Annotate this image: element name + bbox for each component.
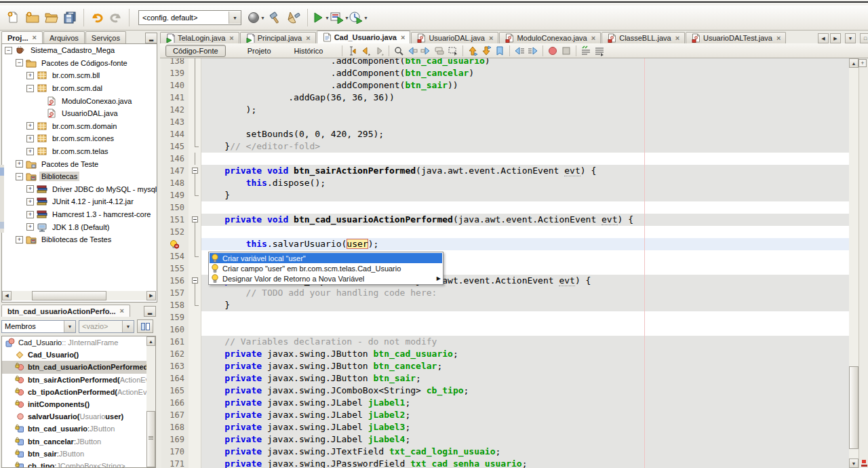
navigator-member[interactable]: btn_cad_usuarioActionPerformed(ActionEve… (2, 361, 155, 373)
scrollbar-thumb[interactable] (32, 291, 106, 300)
tree-item[interactable]: +br.com.scm.icones (2, 132, 157, 145)
navigator-tab[interactable]: btn_cad_usuarioActionPerfo...× (1, 305, 130, 317)
close-icon[interactable]: × (306, 35, 310, 41)
code-line[interactable]: 146 (161, 153, 849, 165)
close-icon[interactable]: × (675, 35, 679, 41)
file-tab-cadusuariojava[interactable]: Cad_Usuario.java× (317, 31, 411, 43)
navigator-member[interactable]: Cad_Usuario() (2, 349, 155, 361)
code-line[interactable]: 163 private javax.swing.JButton btn_canc… (161, 360, 849, 372)
minimized-button[interactable] (0, 222, 4, 229)
navigator-scrollbar[interactable]: ▲ (146, 336, 155, 467)
code-editor[interactable]: 138 .addComponent(btn_cad_usuario)139 .a… (161, 58, 849, 468)
scrollbar-thumb[interactable] (146, 411, 155, 467)
bm-toggle-button[interactable] (494, 45, 506, 56)
file-tab-usuariodaltestjava[interactable]: UsuarioDALTest.java× (686, 32, 786, 43)
tree-item[interactable]: UsuarioDAL.java (2, 107, 157, 120)
tree-item[interactable]: +Driver JDBC do MySQL - mysql (2, 183, 157, 196)
file-tab-principaljava[interactable]: Principal.java× (240, 32, 316, 43)
tab-list-icon[interactable]: ▼ (845, 33, 856, 43)
collapse-icon[interactable]: − (5, 47, 12, 54)
navigator-member[interactable]: cb_tipo : JComboBox<String> (2, 460, 155, 468)
tree-item[interactable]: +br.com.scm.telas (2, 145, 157, 158)
tree-item[interactable]: −Sistema_Cadastro_Mega (2, 44, 157, 57)
expand-icon[interactable]: + (26, 72, 34, 79)
code-line[interactable]: 142 ); (161, 104, 849, 116)
bulb-error-icon[interactable] (170, 239, 179, 249)
code-line[interactable]: 158 } (161, 299, 849, 311)
code-line[interactable]: 167 private javax.swing.JLabel jLabel2; (161, 409, 849, 421)
hint-menu-item[interactable]: Designar Valor de Retorno a Nova Variáve… (210, 273, 442, 284)
prev-occ-button[interactable] (406, 45, 418, 56)
scroll-tabs-left-icon[interactable]: ◀ (818, 33, 829, 43)
close-icon[interactable]: × (776, 35, 781, 41)
code-line[interactable]: 152 (161, 226, 849, 238)
debug-button[interactable]: ▼ (330, 8, 349, 27)
chevron-down-icon[interactable]: ▼ (229, 12, 241, 24)
fold-mark[interactable] (189, 214, 201, 226)
code-line[interactable]: 171 private javax.swing.JPasswordField t… (161, 458, 849, 468)
file-tab-moduloconexaojava[interactable]: ModuloConexao.java× (499, 32, 601, 43)
hint-menu-item[interactable]: Criar campo "user" em br.com.scm.telas.C… (210, 263, 442, 273)
back-button[interactable] (359, 45, 372, 56)
new-project-button[interactable] (23, 8, 42, 27)
code-line[interactable]: 164 private javax.swing.JButton btn_sair… (161, 372, 849, 385)
close-icon[interactable]: × (591, 35, 595, 41)
code-line[interactable]: 161 // Variables declaration - do not mo… (161, 336, 849, 348)
close-icon[interactable]: × (401, 35, 405, 41)
new-file-button[interactable] (4, 8, 23, 27)
find-button[interactable] (393, 45, 405, 56)
panel-tab-arquivos[interactable]: Arquivos (43, 31, 85, 43)
code-line[interactable]: 149 } (161, 189, 849, 201)
view-button-projeto[interactable]: Projeto (241, 45, 278, 56)
code-line[interactable]: 168 private javax.swing.JLabel jLabel3; (161, 421, 849, 433)
expand-icon[interactable]: + (26, 185, 34, 193)
tree-item[interactable]: +JDK 1.8 (Default) (2, 220, 157, 233)
members-filter-combo[interactable]: Membros ▼ (1, 320, 76, 333)
minimize-panel-icon[interactable]: ▂ (145, 33, 157, 43)
build-button[interactable] (266, 8, 285, 27)
expand-icon[interactable]: + (26, 122, 34, 130)
code-line[interactable]: 166 private javax.swing.JLabel jLabel1; (161, 397, 849, 409)
collapse-fold-icon[interactable] (192, 168, 198, 174)
bm-next-button[interactable] (480, 45, 492, 56)
chevron-down-icon[interactable]: ▼ (64, 321, 75, 332)
navigator-member[interactable]: Cad_Usuario :: JInternalFrame (2, 336, 155, 349)
chevron-down-icon[interactable]: ▼ (260, 16, 265, 20)
run-button[interactable]: ▼ (311, 8, 330, 27)
tree-item[interactable]: +Pacotes de Teste (2, 157, 157, 170)
error-mark[interactable] (861, 465, 867, 467)
navigator-member[interactable]: salvarUsuario(Usuario user) (2, 410, 155, 423)
code-line[interactable]: 148 this.dispose(); (161, 177, 849, 189)
view-button-histrico[interactable]: Histórico (288, 45, 330, 56)
code-line[interactable]: this.salvarUsuario(user); (161, 238, 849, 250)
tree-item[interactable]: ModuloConexao.java (2, 94, 157, 107)
clean-build-button[interactable] (285, 8, 304, 27)
tree-item[interactable]: +JUnit 4.12 - junit-4.12.jar (2, 195, 157, 208)
stop-button[interactable] (560, 45, 572, 56)
collapse-icon[interactable]: − (26, 85, 34, 92)
code-line[interactable]: 138 .addComponent(btn_cad_usuario) (161, 58, 849, 67)
code-line[interactable]: 140 .addComponent(btn_sair)) (161, 79, 849, 92)
code-line[interactable]: 147 private void btn_sairActionPerformed… (161, 165, 849, 177)
breakpoint-button[interactable] (547, 45, 559, 56)
code-line[interactable]: 150 (161, 201, 849, 214)
close-icon[interactable]: × (120, 308, 124, 314)
code-line[interactable]: 139 .addComponent(btn_cancelar) (161, 67, 849, 79)
fold-mark[interactable] (189, 165, 201, 177)
file-tab-usuariodaljava[interactable]: UsuarioDAL.java× (411, 32, 498, 43)
shift-r-button[interactable] (527, 45, 539, 56)
editor-split-icon[interactable]: + (859, 59, 867, 67)
expand-icon[interactable]: + (16, 160, 23, 168)
panel-tab-proj[interactable]: Proj...× (1, 31, 43, 43)
close-icon[interactable]: × (229, 35, 233, 41)
chevron-down-icon[interactable]: ▼ (122, 321, 134, 332)
scroll-down-icon[interactable]: ▼ (849, 459, 859, 468)
tree-item[interactable]: −Pacotes de Códigos-fonte (2, 57, 157, 70)
tree-item[interactable]: +br.com.scm.domain (2, 120, 157, 133)
profile-button[interactable]: ▼ (349, 8, 368, 27)
close-icon[interactable]: × (489, 35, 493, 41)
file-tab-classeblljava[interactable]: ClasseBLL.java× (601, 32, 685, 43)
collapse-icon[interactable]: − (16, 173, 23, 180)
config-combo[interactable]: <config. default>▼ (138, 10, 241, 25)
tree-item[interactable]: +br.com.scm.bll (2, 69, 157, 82)
